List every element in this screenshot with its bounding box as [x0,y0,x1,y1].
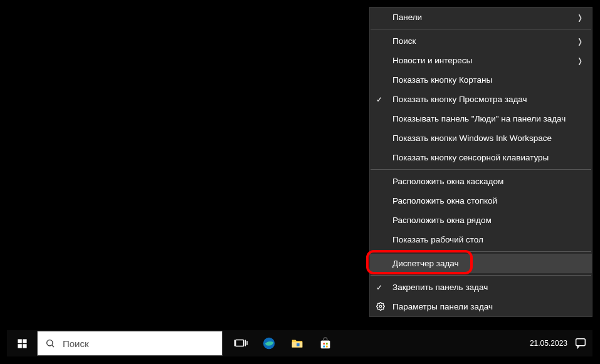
svg-rect-16 [325,343,327,345]
search-icon [38,338,63,348]
chevron-right-icon: ❭ [577,14,583,21]
menu-item-news[interactable]: Новости и интересы ❭ [370,51,592,70]
menu-label: Показывать панель "Люди" на панели задач [392,115,583,123]
svg-point-0 [379,305,382,308]
menu-item-search[interactable]: Поиск ❭ [370,31,592,51]
menu-label: Новости и интересы [392,56,577,65]
svg-rect-13 [297,343,300,346]
store-icon [318,336,332,350]
edge-icon [262,336,276,350]
svg-rect-17 [323,346,325,348]
menu-label: Закрепить панель задач [392,283,583,292]
menu-item-panels[interactable]: Панели ❭ [370,8,592,27]
check-icon: ✓ [376,96,382,103]
menu-separator [371,275,591,276]
action-center-button[interactable] [574,336,587,350]
menu-item-cascade[interactable]: Расположить окна каскадом [370,172,592,191]
svg-rect-15 [323,343,325,345]
svg-rect-1 [18,339,21,343]
menu-label: Показать кнопку Просмотра задач [392,95,583,104]
gear-icon [376,302,385,312]
check-icon: ✓ [376,284,382,291]
task-view-icon [234,336,248,350]
windows-icon [17,338,28,349]
menu-item-show-touch-kbd[interactable]: Показать кнопку сенсорной клавиатуры [370,148,592,167]
menu-label: Показать кнопку Кортаны [392,76,583,85]
menu-separator [371,169,591,170]
menu-label: Расположить окна стопкой [392,197,583,205]
task-view-button[interactable] [226,330,255,356]
search-placeholder: Поиск [63,338,89,349]
menu-label: Показать кнопки Windows Ink Workspace [392,134,583,143]
taskbar-clock[interactable]: 21.05.2023 [530,339,567,348]
menu-item-show-people[interactable]: Показывать панель "Люди" на панели задач [370,109,592,128]
taskbar-date: 21.05.2023 [530,339,567,348]
svg-rect-4 [23,344,26,348]
menu-label: Диспетчер задач [392,259,583,268]
system-tray: 21.05.2023 [530,336,592,350]
svg-rect-14 [320,340,330,348]
chevron-right-icon: ❭ [577,57,583,65]
menu-label: Показать рабочий стол [392,236,583,244]
svg-line-6 [52,345,54,347]
menu-item-show-desktop[interactable]: Показать рабочий стол [370,230,592,249]
menu-item-task-manager[interactable]: Диспетчер задач [370,254,592,273]
menu-item-taskbar-settings[interactable]: Параметры панели задач [370,297,592,316]
menu-item-show-ink[interactable]: Показать кнопки Windows Ink Workspace [370,128,592,148]
taskbar-app-store[interactable] [311,330,339,356]
desktop-area[interactable] [7,7,366,330]
search-box[interactable]: Поиск [37,331,223,356]
menu-item-side-by-side[interactable]: Расположить окна рядом [370,211,592,230]
menu-label: Расположить окна рядом [392,216,583,225]
menu-item-lock-taskbar[interactable]: ✓ Закрепить панель задач [370,278,592,297]
svg-rect-2 [23,339,26,343]
menu-label: Показать кнопку сенсорной клавиатуры [392,153,583,162]
taskbar[interactable]: Поиск 21.05 [7,330,592,356]
svg-rect-19 [576,339,586,346]
notification-icon [574,336,587,350]
start-button[interactable] [7,330,37,356]
folder-icon [290,336,304,350]
svg-point-5 [47,340,53,346]
menu-item-stack[interactable]: Расположить окна стопкой [370,191,592,211]
svg-rect-18 [325,346,327,348]
menu-item-show-taskview[interactable]: ✓ Показать кнопку Просмотра задач [370,90,592,109]
svg-rect-3 [18,344,21,348]
taskbar-app-edge[interactable] [255,330,283,356]
taskbar-app-explorer[interactable] [283,330,311,356]
svg-rect-7 [235,340,243,346]
menu-item-show-cortana[interactable]: Показать кнопку Кортаны [370,70,592,90]
menu-separator [371,29,591,29]
chevron-right-icon: ❭ [577,38,583,45]
menu-separator [371,251,591,252]
taskbar-context-menu: Панели ❭ Поиск ❭ Новости и интересы ❭ По… [369,7,592,317]
menu-label: Поиск [392,37,577,46]
menu-label: Расположить окна каскадом [392,177,583,186]
menu-label: Панели [392,13,577,22]
menu-label: Параметры панели задач [392,303,583,311]
